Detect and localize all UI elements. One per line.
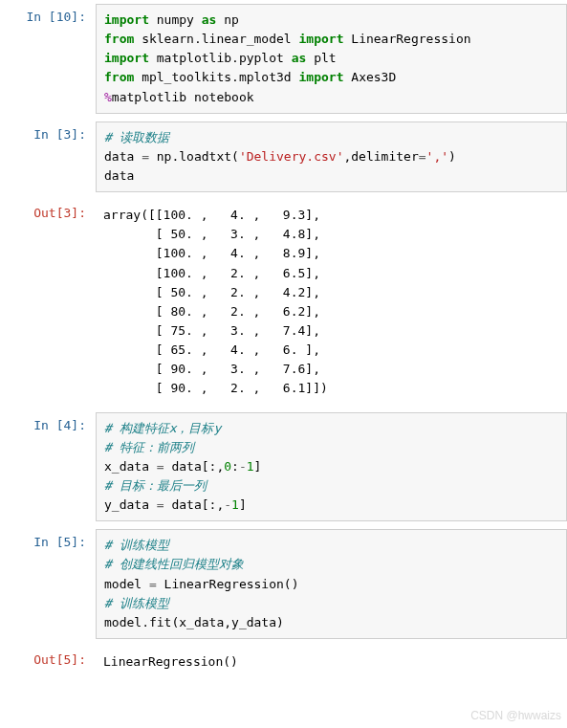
code-output-3: array([[100. , 4. , 9.3], [ 50. , 3. , 4… — [96, 200, 567, 404]
output-cell-3: Out[3]: array([[100. , 4. , 9.3], [ 50. … — [0, 196, 567, 408]
prompt-out-5: Out[5]: — [0, 647, 96, 667]
code-input-4[interactable]: # 构建特征x，目标y # 特征：前两列 x_data = data[:,0:-… — [96, 412, 567, 522]
code-cell-5: In [5]: # 训练模型 # 创建线性回归模型对象 model = Line… — [0, 525, 567, 643]
prompt-out-3: Out[3]: — [0, 200, 96, 220]
code-input-10[interactable]: import numpy as np from sklearn.linear_m… — [96, 4, 567, 114]
prompt-in-4: In [4]: — [0, 412, 96, 432]
code-cell-4: In [4]: # 构建特征x，目标y # 特征：前两列 x_data = da… — [0, 408, 567, 526]
code-cell-10: In [10]: import numpy as np from sklearn… — [0, 0, 567, 118]
code-input-5[interactable]: # 训练模型 # 创建线性回归模型对象 model = LinearRegres… — [96, 529, 567, 639]
prompt-in-3: In [3]: — [0, 121, 96, 142]
output-cell-5: Out[5]: LinearRegression() — [0, 643, 567, 681]
prompt-in-5: In [5]: — [0, 529, 96, 549]
code-input-3[interactable]: # 读取数据 data = np.loadtxt('Delivery.csv',… — [96, 121, 567, 192]
prompt-in-10: In [10]: — [0, 4, 96, 24]
code-output-5: LinearRegression() — [96, 647, 567, 677]
code-cell-3: In [3]: # 读取数据 data = np.loadtxt('Delive… — [0, 118, 567, 196]
